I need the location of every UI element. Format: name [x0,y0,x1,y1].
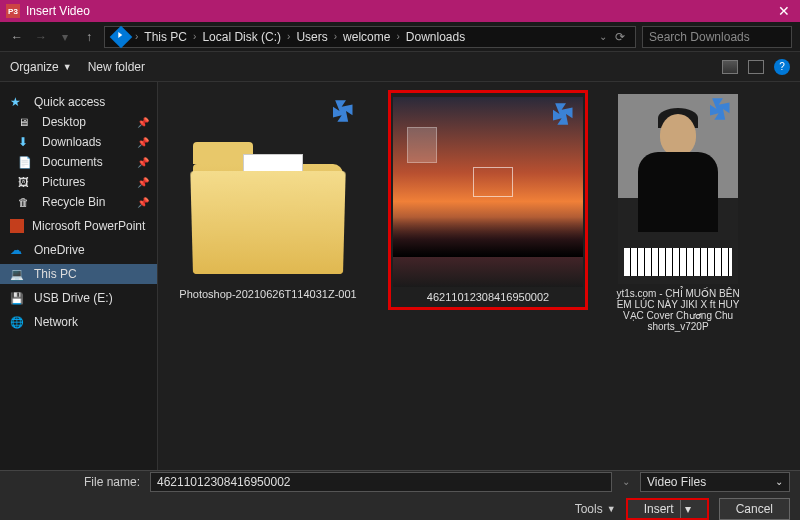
tools-button[interactable]: Tools ▼ [575,502,616,516]
file-item-folder[interactable]: Photoshop-20210626T114031Z-001 [168,90,368,304]
sidebar-item-pictures[interactable]: Pictures📌 [0,172,157,192]
file-label: yt1s.com - CHỈ MUỐN BÊN EM LÚC NÀY JIKI … [612,288,744,332]
app-icon: P3 [6,4,20,18]
recent-dropdown[interactable]: ▾ [56,28,74,46]
cancel-button[interactable]: Cancel [719,498,790,520]
window-title: Insert Video [26,4,774,18]
nav-bar: ← → ▾ ↑ › This PC › Local Disk (C:) › Us… [0,22,800,52]
sidebar-item-recycle-bin[interactable]: Recycle Bin📌 [0,192,157,212]
document-icon [18,155,34,169]
file-item-video-selected[interactable]: 46211012308416950002 [388,90,588,310]
onedrive-icon [10,243,26,257]
video-thumbnail [618,94,738,284]
search-input[interactable]: Search Downloads [642,26,792,48]
file-grid: Photoshop-20210626T114031Z-001 462110123… [158,82,800,470]
forward-button[interactable]: → [32,28,50,46]
filename-input[interactable] [150,472,612,492]
filename-label: File name: [10,475,140,489]
powerpoint-icon [10,219,24,233]
download-icon [18,135,34,149]
toolbar: Organize ▼ New folder ? [0,52,800,82]
desktop-icon [18,115,34,129]
preview-pane-icon[interactable] [748,60,764,74]
sidebar-network[interactable]: Network [0,312,157,332]
crumb-local-disk[interactable]: Local Disk (C:) [198,30,285,44]
new-folder-button[interactable]: New folder [88,60,145,74]
insert-button[interactable]: Insert▾ [626,498,709,520]
pin-icon: 📌 [137,157,149,168]
video-badge-icon [710,96,736,122]
filename-dropdown-icon[interactable]: ⌄ [622,476,630,487]
video-badge-icon [553,101,579,127]
pin-icon: 📌 [137,177,149,188]
sidebar-item-downloads[interactable]: Downloads📌 [0,132,157,152]
pin-icon: 📌 [137,137,149,148]
view-options-icon[interactable] [722,60,738,74]
title-bar: P3 Insert Video ✕ [0,0,800,22]
file-item-video[interactable]: yt1s.com - CHỈ MUỐN BÊN EM LÚC NÀY JIKI … [608,90,748,336]
crumb-downloads[interactable]: Downloads [402,30,469,44]
file-label: 46211012308416950002 [427,291,549,303]
usb-icon [10,291,26,305]
folder-thumbnail [173,94,363,284]
crumb-welcome[interactable]: welcome [339,30,394,44]
sidebar-this-pc[interactable]: This PC [0,264,157,284]
refresh-button[interactable]: ⟳ [609,30,631,44]
pin-icon: 📌 [137,197,149,208]
sidebar-quick-access[interactable]: Quick access [0,92,157,112]
sidebar-item-documents[interactable]: Documents📌 [0,152,157,172]
insert-dropdown-icon[interactable]: ▾ [680,500,691,518]
file-label: Photoshop-20210626T114031Z-001 [179,288,356,300]
network-icon [10,315,26,329]
sidebar-ms-powerpoint[interactable]: Microsoft PowerPoint [0,216,157,236]
breadcrumb-dropdown-icon[interactable]: ⌄ [599,31,607,42]
crumb-users[interactable]: Users [292,30,331,44]
sidebar-item-desktop[interactable]: Desktop📌 [0,112,157,132]
organize-button[interactable]: Organize ▼ [10,60,72,74]
folder-icon [193,134,343,274]
crumb-this-pc[interactable]: This PC [140,30,191,44]
this-pc-icon [10,267,26,281]
pictures-icon [18,175,34,189]
help-icon[interactable]: ? [774,59,790,75]
breadcrumb[interactable]: › This PC › Local Disk (C:) › Users › we… [104,26,636,48]
up-button[interactable]: ↑ [80,28,98,46]
back-button[interactable]: ← [8,28,26,46]
video-badge-icon [333,98,359,124]
sidebar-onedrive[interactable]: OneDrive [0,240,157,260]
filetype-select[interactable]: Video Files⌄ [640,472,790,492]
sidebar-usb-drive[interactable]: USB Drive (E:) [0,288,157,308]
recycle-bin-icon [18,195,34,209]
footer: File name: ⌄ Video Files⌄ Tools ▼ Insert… [0,470,800,520]
video-thumbnail [393,97,583,287]
path-root-icon [110,25,133,48]
pin-icon: 📌 [137,117,149,128]
star-icon [10,95,26,109]
main-area: Quick access Desktop📌 Downloads📌 Documen… [0,82,800,470]
close-icon[interactable]: ✕ [774,3,794,19]
sidebar: Quick access Desktop📌 Downloads📌 Documen… [0,82,158,470]
